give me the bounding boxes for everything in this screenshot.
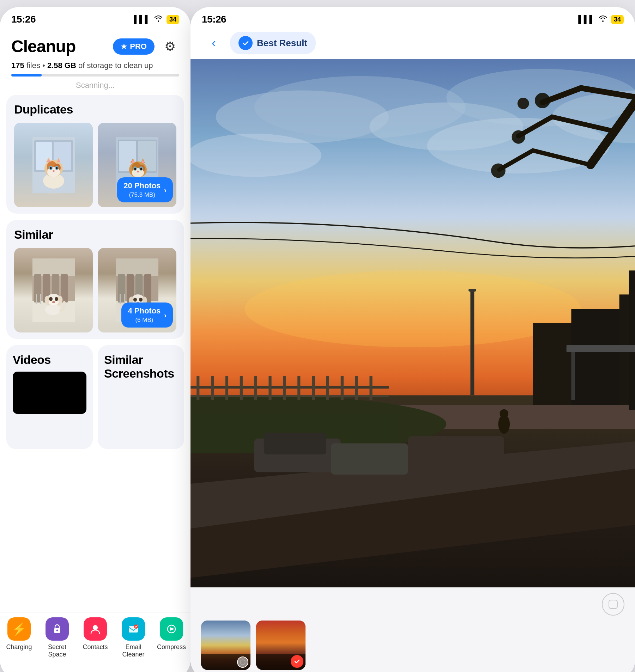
svg-rect-107 <box>341 376 344 400</box>
similar-count-badge[interactable]: 4 Photos (6 MB) › <box>121 303 173 328</box>
svg-rect-118 <box>567 345 635 352</box>
svg-rect-122 <box>264 433 326 454</box>
right-signal-icon: ▌▌▌ <box>578 15 595 24</box>
svg-marker-76 <box>170 627 175 631</box>
right-wifi-icon <box>598 15 607 24</box>
svg-point-29 <box>134 168 136 170</box>
similar-photo-size: (6 MB) <box>128 316 161 324</box>
similar-screenshots-title: SimilarScreenshots <box>104 353 178 380</box>
svg-point-83 <box>190 134 321 177</box>
similar-photos-row: 4 Photos (6 MB) › <box>14 248 176 332</box>
duplicates-section[interactable]: Duplicates <box>6 95 184 214</box>
charging-icon: ⚡ <box>7 617 31 641</box>
svg-rect-108 <box>355 376 358 400</box>
tab-secret-space[interactable]: Secret Space <box>38 617 76 658</box>
contacts-label: Contacts <box>83 643 108 651</box>
svg-rect-60 <box>120 294 121 304</box>
duplicates-photos-row: 20 Photos (75.3 MB) › <box>14 123 176 207</box>
contacts-icon <box>84 617 107 641</box>
secret-space-label: Secret Space <box>38 643 76 658</box>
scanning-label: Scanning... <box>0 78 190 95</box>
similar-section[interactable]: Similar <box>6 220 184 339</box>
svg-point-30 <box>140 168 142 170</box>
svg-rect-105 <box>312 376 315 400</box>
svg-point-68 <box>139 298 143 302</box>
similar-screenshots-section[interactable]: SimilarScreenshots <box>98 345 184 449</box>
home-circle-button[interactable] <box>602 593 624 616</box>
svg-rect-133 <box>609 600 617 609</box>
left-status-bar: 15:26 ▌▌▌ 34 <box>0 7 190 28</box>
app-header: Cleanup ★ PRO ⚙ <box>0 31 190 59</box>
svg-point-127 <box>512 130 525 144</box>
thumbnail-1[interactable] <box>201 621 250 670</box>
svg-point-31 <box>137 171 139 172</box>
charging-label: Charging <box>6 643 32 651</box>
videos-title: Videos <box>13 353 86 367</box>
right-main-content: ‹ Best Result <box>190 28 635 672</box>
videos-section[interactable]: Videos <box>6 345 93 449</box>
storage-info: 175 files • 2.58 GB of storage to clean … <box>0 59 190 74</box>
tab-contacts[interactable]: Contacts <box>76 617 114 651</box>
similar-photo-2[interactable]: 4 Photos (6 MB) › <box>98 248 176 332</box>
progress-bar-fill <box>11 74 42 77</box>
progress-bar-background <box>11 74 179 77</box>
back-button[interactable]: ‹ <box>205 34 223 52</box>
right-battery: 34 <box>611 15 624 24</box>
svg-rect-106 <box>326 376 329 400</box>
svg-rect-92 <box>190 386 389 389</box>
thumbnail-2[interactable] <box>256 621 306 670</box>
svg-point-136 <box>240 660 245 665</box>
left-phone: 15:26 ▌▌▌ 34 Cleanup ★ <box>0 7 190 672</box>
secret-space-icon <box>46 617 69 641</box>
svg-point-11 <box>50 167 52 170</box>
best-result-label: Best Result <box>257 38 307 49</box>
svg-point-128 <box>491 164 506 178</box>
duplicates-title: Duplicates <box>14 103 176 116</box>
home-btn-area <box>201 593 624 616</box>
left-battery: 34 <box>167 15 179 24</box>
tab-email-cleaner[interactable]: Email Cleaner <box>114 617 152 658</box>
svg-rect-116 <box>571 352 575 400</box>
svg-rect-99 <box>225 376 228 400</box>
similar-photo-1[interactable] <box>14 248 93 332</box>
tab-charging[interactable]: ⚡ Charging <box>0 617 38 651</box>
svg-rect-124 <box>408 436 504 471</box>
settings-button[interactable]: ⚙ <box>161 37 179 56</box>
files-count: 175 <box>11 61 24 70</box>
tab-compress[interactable]: Compress <box>152 617 190 651</box>
svg-rect-98 <box>211 376 214 400</box>
svg-point-50 <box>49 297 53 301</box>
duplicate-count-badge[interactable]: 20 Photos (75.3 MB) › <box>117 177 173 202</box>
left-main-content: Cleanup ★ PRO ⚙ 175 files • 2.58 GB of s… <box>0 28 190 672</box>
bottom-sections: Videos SimilarScreenshots <box>6 345 184 453</box>
email-cleaner-icon <box>122 617 145 641</box>
svg-point-51 <box>55 297 58 301</box>
main-photo-area <box>190 59 635 587</box>
svg-point-13 <box>53 170 55 172</box>
pro-label: PRO <box>130 42 147 51</box>
header-right: ★ PRO ⚙ <box>113 37 179 56</box>
right-status-icons: ▌▌▌ 34 <box>578 15 624 24</box>
pro-button[interactable]: ★ PRO <box>113 38 155 55</box>
duplicate-photo-1[interactable] <box>14 123 93 207</box>
right-status-bar: 15:26 ▌▌▌ 34 <box>190 7 635 28</box>
svg-point-52 <box>52 301 55 303</box>
svg-point-12 <box>56 167 58 170</box>
bottom-strip <box>190 587 635 672</box>
svg-point-85 <box>244 270 581 347</box>
signal-icon: ▌▌▌ <box>134 15 150 24</box>
left-status-icons: ▌▌▌ 34 <box>134 15 179 24</box>
similar-badge-arrow-icon: › <box>164 311 167 320</box>
svg-point-126 <box>518 98 529 109</box>
duplicate-photo-count: 20 Photos <box>123 181 161 191</box>
duplicate-photo-size: (75.3 MB) <box>123 191 161 199</box>
duplicate-photo-2[interactable]: 20 Photos (75.3 MB) › <box>98 123 176 207</box>
best-result-check-icon <box>238 36 253 50</box>
storage-size: 2.58 GB <box>47 61 76 70</box>
app-title: Cleanup <box>11 37 75 56</box>
progress-bar-wrap <box>0 74 190 77</box>
scroll-area: Duplicates <box>0 95 190 612</box>
nav-bar: ‹ Best Result <box>190 28 635 59</box>
thumbnails-row <box>201 621 624 670</box>
wifi-icon <box>154 15 163 24</box>
